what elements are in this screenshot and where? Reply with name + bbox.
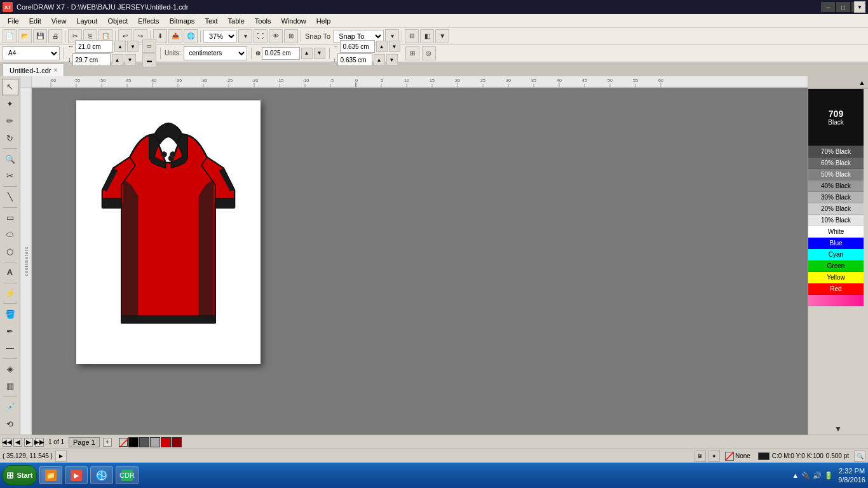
color-swatch-cyan[interactable]: Cyan xyxy=(808,249,864,261)
smart-fill-tool[interactable]: ⟲ xyxy=(2,416,18,432)
palette-scroll-down[interactable]: ▼ xyxy=(808,423,868,435)
height-input[interactable] xyxy=(72,53,111,66)
offset-up[interactable]: ▲ xyxy=(301,48,313,59)
portrait-button[interactable]: ▭ xyxy=(142,39,156,53)
add-page-button[interactable]: + xyxy=(103,438,112,447)
color-swatch-30%-black[interactable]: 30% Black xyxy=(808,192,864,203)
color-swatch-60%-black[interactable]: 60% Black xyxy=(808,158,864,169)
menu-item-text[interactable]: Text xyxy=(200,16,222,26)
palette-arrow-up[interactable]: ▲ xyxy=(858,79,865,86)
maximize-button[interactable]: □ xyxy=(836,2,850,12)
zoom-tool[interactable]: 🔍 xyxy=(2,151,18,167)
menu-item-edit[interactable]: Edit xyxy=(24,16,46,26)
zoom-select[interactable]: 37% xyxy=(203,30,237,43)
color-swatch-green[interactable]: Green xyxy=(808,261,864,272)
zoom-options[interactable]: ▾ xyxy=(238,29,252,43)
menu-item-tools[interactable]: Tools xyxy=(250,16,276,26)
menu-item-bitmaps[interactable]: Bitmaps xyxy=(165,16,200,26)
zoom-fit-button[interactable]: 🔍 xyxy=(854,451,865,462)
color-box-dark-gray[interactable] xyxy=(139,437,149,447)
menu-item-effects[interactable]: Effects xyxy=(133,16,164,26)
print-button[interactable]: 🖨 xyxy=(48,29,62,43)
smudge-tool[interactable]: ✏ xyxy=(2,113,18,130)
color-box-black[interactable] xyxy=(128,437,139,447)
corel-connect[interactable]: ⚡ xyxy=(2,285,18,302)
menu-item-object[interactable]: Object xyxy=(102,16,133,26)
color-box-gray[interactable] xyxy=(150,437,160,447)
text-tool[interactable]: A xyxy=(2,264,18,281)
polygon-tool[interactable]: ⬡ xyxy=(2,243,18,260)
taskbar-file-manager[interactable]: 📁 xyxy=(39,466,62,484)
width-up[interactable]: ▲ xyxy=(114,41,126,52)
interactive-fill[interactable]: ◈ xyxy=(2,361,18,377)
options-button[interactable]: ⊟ xyxy=(405,29,419,43)
position-arrow[interactable]: ► xyxy=(55,451,67,462)
start-button[interactable]: ⊞ Start xyxy=(3,465,37,485)
taskbar-media[interactable]: ▶ xyxy=(65,466,88,484)
publish-button[interactable]: 🌐 xyxy=(184,29,198,43)
selection-tool[interactable]: ↖ xyxy=(2,79,18,95)
width-down[interactable]: ▼ xyxy=(127,41,139,52)
rotate-tool[interactable]: ↻ xyxy=(2,130,18,146)
taskbar-browser[interactable] xyxy=(90,466,113,484)
color-box-dark-red[interactable] xyxy=(172,437,182,447)
pen-tool[interactable]: ✒ xyxy=(2,323,18,339)
page-label[interactable]: Page 1 xyxy=(69,437,100,447)
taskbar-coreldraw[interactable]: CDR xyxy=(116,466,139,484)
color-swatch-white[interactable]: White xyxy=(808,226,864,238)
eyedropper-tool[interactable]: 💉 xyxy=(2,398,18,415)
shape-tool[interactable]: ✦ xyxy=(2,96,18,112)
offset-down[interactable]: ▼ xyxy=(314,48,325,59)
grid-button[interactable]: ⊞ xyxy=(284,29,298,43)
view-options[interactable]: ◧ xyxy=(420,29,434,43)
color-swatch-blue[interactable]: Blue xyxy=(808,238,864,249)
new-button[interactable]: 📄 xyxy=(3,29,17,43)
canvas-scroll-area[interactable] xyxy=(32,88,808,435)
nudge-y-up[interactable]: ▲ xyxy=(374,54,385,65)
color-swatch-40%-black[interactable]: 40% Black xyxy=(808,180,864,192)
first-page-button[interactable]: ◀◀ xyxy=(3,438,11,447)
color-swatch-50%-black[interactable]: 50% Black xyxy=(808,169,864,180)
color-swatch-pink[interactable] xyxy=(808,295,864,306)
menu-item-help[interactable]: Help xyxy=(311,16,336,26)
nudge-x-input[interactable] xyxy=(340,40,375,53)
nudge-y-input[interactable] xyxy=(337,53,372,66)
fullscreen-button[interactable]: ⛶ xyxy=(254,29,268,43)
color-swatch-709-black[interactable]: 709Black xyxy=(808,89,864,146)
export-button[interactable]: 📤 xyxy=(168,29,182,43)
next-page-button[interactable]: ▶ xyxy=(24,438,33,447)
landscape-button[interactable]: ▬ xyxy=(142,53,156,67)
page-size-select[interactable]: A4 xyxy=(3,46,60,60)
height-down[interactable]: ▼ xyxy=(125,54,136,65)
color-swatch-70%-black[interactable]: 70% Black xyxy=(808,146,864,158)
menu-item-layout[interactable]: Layout xyxy=(71,16,102,26)
open-button[interactable]: 📂 xyxy=(18,29,32,43)
nudge-y-down[interactable]: ▼ xyxy=(386,54,398,65)
no-fill-box[interactable] xyxy=(119,438,128,447)
transparency-tool[interactable]: ▥ xyxy=(2,378,18,395)
nudge-x-down[interactable]: ▼ xyxy=(389,41,400,52)
screen-icon[interactable]: 🖥 xyxy=(695,451,706,462)
color-swatch-20%-black[interactable]: 20% Black xyxy=(808,203,864,215)
last-page-button[interactable]: ▶▶ xyxy=(35,438,44,447)
menu-item-table[interactable]: Table xyxy=(223,16,250,26)
minimize-button[interactable]: – xyxy=(821,2,835,12)
offset-input[interactable] xyxy=(262,47,300,60)
menu-item-file[interactable]: File xyxy=(3,16,24,26)
view-toggle[interactable]: 👁 xyxy=(269,29,283,43)
tab-close-button[interactable]: × xyxy=(53,67,57,74)
rectangle-tool[interactable]: ▭ xyxy=(2,210,18,226)
transform-button[interactable]: ⊞ xyxy=(405,46,419,60)
crop-tool[interactable]: ✂ xyxy=(2,168,18,184)
line-tool[interactable]: — xyxy=(2,340,18,356)
units-select[interactable]: centimeters xyxy=(184,46,247,60)
color-box-red[interactable] xyxy=(161,437,171,447)
fill-tool[interactable]: 🪣 xyxy=(2,306,18,322)
height-up[interactable]: ▲ xyxy=(112,54,123,65)
prev-page-button[interactable]: ◀ xyxy=(13,438,22,447)
color-swatch-red[interactable]: Red xyxy=(808,283,864,295)
save-button[interactable]: 💾 xyxy=(33,29,47,43)
align-button[interactable]: ◎ xyxy=(422,46,436,60)
menu-item-view[interactable]: View xyxy=(46,16,72,26)
tab-list-button[interactable]: ▼ xyxy=(854,1,865,13)
